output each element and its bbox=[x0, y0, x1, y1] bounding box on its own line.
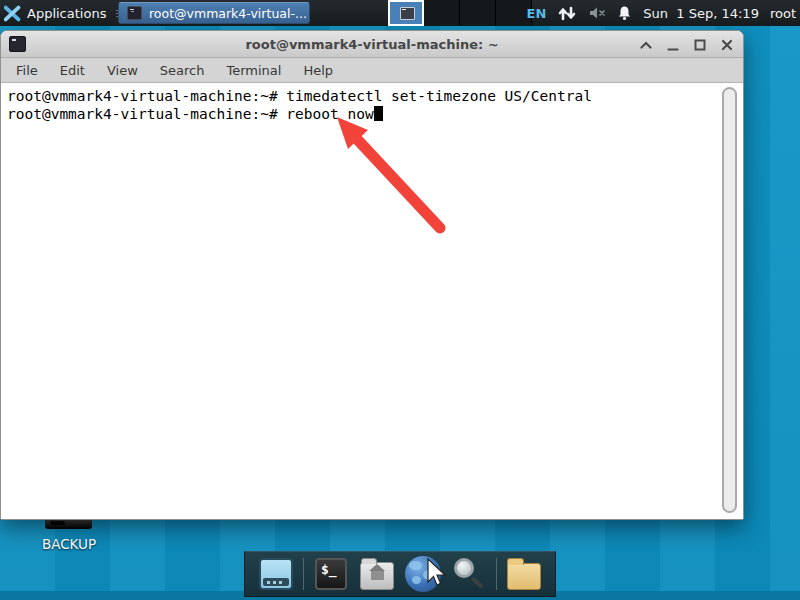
taskbar-window-label: root@vmmark4-virtual-... bbox=[149, 6, 307, 21]
close-button[interactable] bbox=[720, 38, 733, 51]
terminal-launcher-button[interactable]: $_ bbox=[312, 555, 350, 593]
web-browser-launcher-button[interactable] bbox=[404, 555, 442, 593]
dock-separator bbox=[303, 558, 304, 590]
terminal-line: root@vmmark4-virtual-machine:~# timedate… bbox=[7, 87, 743, 105]
window-controls bbox=[639, 31, 733, 58]
magnifier-icon bbox=[451, 556, 487, 592]
show-desktop-icon bbox=[259, 558, 293, 590]
top-panel: Applications root@vmmark4-virtual-... EN… bbox=[0, 0, 800, 26]
menu-search[interactable]: Search bbox=[149, 60, 216, 81]
notification-bell-icon[interactable] bbox=[617, 5, 632, 21]
keyboard-layout-indicator[interactable]: EN bbox=[527, 6, 547, 21]
menu-help[interactable]: Help bbox=[292, 60, 344, 81]
folder-launcher-button[interactable] bbox=[505, 555, 543, 593]
dock-panel: $_ bbox=[244, 551, 556, 597]
terminal-line: root@vmmark4-virtual-machine:~# reboot n… bbox=[7, 105, 743, 123]
minimize-button[interactable] bbox=[666, 38, 679, 51]
terminal-output-area[interactable]: root@vmmark4-virtual-machine:~# timedate… bbox=[1, 83, 743, 519]
workspace-pager bbox=[388, 0, 532, 26]
web-browser-globe-icon bbox=[405, 556, 441, 592]
system-tray: EN Sun 1 Sep, 14:19 root bbox=[527, 0, 796, 26]
terminal-window: root@vmmark4-virtual-machine: ~ File Edi… bbox=[0, 30, 744, 520]
volume-muted-icon[interactable] bbox=[588, 6, 606, 20]
xfce-logo-icon bbox=[4, 5, 21, 22]
folder-icon bbox=[507, 563, 541, 590]
menu-file[interactable]: File bbox=[5, 60, 49, 81]
applications-menu[interactable]: Applications bbox=[4, 0, 123, 26]
home-folder-icon bbox=[360, 562, 394, 590]
backup-icon-label[interactable]: BACKUP bbox=[21, 536, 117, 552]
terminal-emulator-icon: $_ bbox=[315, 558, 347, 590]
workspace-3-button[interactable] bbox=[460, 0, 496, 26]
terminal-cursor bbox=[374, 106, 383, 121]
terminal-line-text: root@vmmark4-virtual-machine:~# reboot n… bbox=[7, 106, 374, 122]
shade-button[interactable] bbox=[639, 38, 652, 51]
workspace-2-button[interactable] bbox=[424, 0, 460, 26]
menu-terminal[interactable]: Terminal bbox=[215, 60, 292, 81]
network-updown-arrows-icon[interactable] bbox=[557, 5, 577, 21]
app-finder-launcher-button[interactable] bbox=[450, 555, 488, 593]
workspace-window-thumb bbox=[400, 7, 415, 20]
workspace-1-button[interactable] bbox=[388, 0, 424, 26]
terminal-icon bbox=[127, 6, 142, 20]
show-desktop-button[interactable] bbox=[257, 555, 295, 593]
session-user-label[interactable]: root bbox=[770, 6, 796, 21]
dock-separator bbox=[496, 558, 497, 590]
file-manager-launcher-button[interactable] bbox=[358, 555, 396, 593]
window-titlebar[interactable]: root@vmmark4-virtual-machine: ~ bbox=[1, 31, 743, 58]
window-title: root@vmmark4-virtual-machine: ~ bbox=[1, 37, 743, 52]
terminal-menubar: File Edit View Search Terminal Help bbox=[1, 58, 743, 83]
scrollbar-thumb[interactable] bbox=[722, 87, 737, 513]
maximize-button[interactable] bbox=[693, 38, 706, 51]
menu-edit[interactable]: Edit bbox=[49, 60, 96, 81]
menu-view[interactable]: View bbox=[96, 60, 149, 81]
applications-label[interactable]: Applications bbox=[27, 6, 106, 21]
clock[interactable]: Sun 1 Sep, 14:19 bbox=[643, 6, 759, 21]
terminal-icon bbox=[9, 36, 26, 52]
house-glyph bbox=[371, 571, 384, 580]
taskbar-window-button[interactable]: root@vmmark4-virtual-... bbox=[118, 2, 310, 24]
